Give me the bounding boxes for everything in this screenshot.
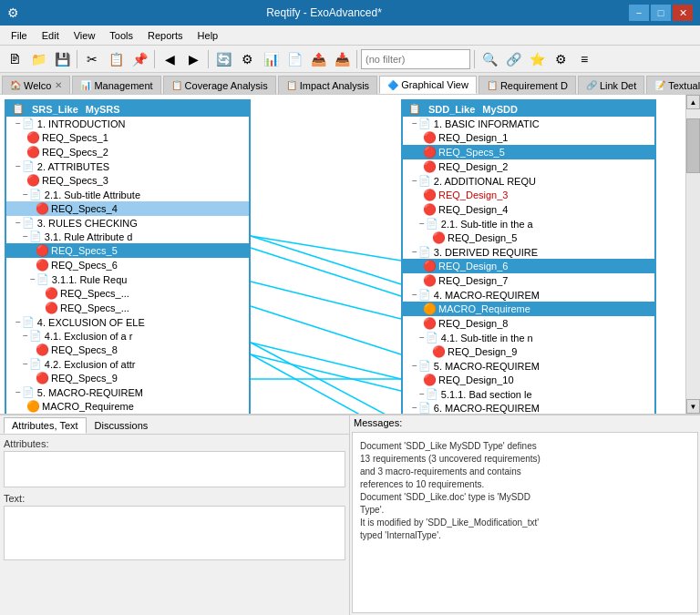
list-item[interactable]: − 📄 1. INTRODUCTION: [6, 117, 249, 130]
tab-management-label: Management: [94, 80, 152, 91]
list-item[interactable]: − 📄 4.1. Exclusion of a r: [6, 329, 249, 343]
list-item[interactable]: − 📄 4.2. Exclusion of attr: [6, 357, 249, 371]
list-item[interactable]: 🔴 REQ_Design_7: [403, 273, 654, 288]
maximize-button[interactable]: □: [651, 5, 671, 21]
list-item[interactable]: 🔴 REQ_Specs_5: [403, 145, 654, 159]
list-item[interactable]: − 📄 3.1.1. Rule Requ: [6, 272, 249, 286]
list-item[interactable]: 🔴 REQ_Design_2: [403, 159, 654, 174]
tb-forward[interactable]: ▶: [182, 48, 204, 70]
list-item[interactable]: − 📄 1. BASIC INFORMATIC: [403, 117, 654, 130]
scroll-thumb[interactable]: [686, 118, 700, 173]
tb-export[interactable]: 📤: [307, 48, 329, 70]
menu-tools[interactable]: Tools: [102, 28, 140, 43]
attributes-label: Attributes:: [4, 438, 345, 449]
filter-input[interactable]: [361, 49, 470, 69]
list-item[interactable]: − 📄 2.1. Sub-title in the a: [403, 217, 654, 231]
tab-management[interactable]: 📊 Management: [72, 76, 160, 94]
tb-back[interactable]: ◀: [159, 48, 180, 70]
right-tree: − 📄 1. BASIC INFORMATIC 🔴 REQ_Design_1 🔴…: [403, 117, 654, 415]
close-button[interactable]: ✕: [673, 5, 693, 21]
list-item[interactable]: 🔴 REQ_Design_8: [403, 316, 654, 331]
list-item[interactable]: 🔴 REQ_Specs_3: [6, 173, 249, 188]
list-item[interactable]: − 📄 3. DERIVED REQUIRE: [403, 245, 654, 259]
scroll-down-btn[interactable]: ▼: [686, 399, 700, 414]
list-item[interactable]: 🔴 REQ_Design_1: [403, 130, 654, 145]
tb-report[interactable]: 📄: [283, 48, 305, 70]
text-label: Text:: [4, 493, 345, 504]
tab-discussions[interactable]: Discussions: [87, 417, 157, 434]
list-item[interactable]: 🔴 REQ_Design_9: [403, 344, 654, 359]
list-item[interactable]: 🔴 REQ_Specs_8: [6, 343, 249, 357]
tab-welcome-close[interactable]: ✕: [55, 80, 62, 90]
left-panel: 📋 SRS_Like MySRS − 📄 1. INTRODUCTION 🔴 R…: [5, 99, 251, 415]
list-item[interactable]: 🔴 REQ_Design_3: [403, 188, 654, 202]
tab-coverage[interactable]: 📋 Coverage Analysis: [163, 76, 276, 94]
list-item[interactable]: 🔴 REQ_Specs_4: [6, 201, 249, 216]
menu-edit[interactable]: Edit: [35, 28, 67, 43]
list-item[interactable]: 🔴 REQ_Design_6: [403, 259, 654, 273]
tab-reqd[interactable]: 📋 Requirement D: [479, 76, 576, 94]
list-item[interactable]: 🔴 REQ_Specs_1: [6, 130, 249, 145]
tb-filter-btn[interactable]: 🔍: [479, 48, 500, 70]
vertical-scrollbar[interactable]: ▲ ▼: [685, 95, 700, 414]
list-item[interactable]: 🔴 REQ_Design_4: [403, 202, 654, 217]
tb-settings[interactable]: ⚙: [236, 48, 258, 70]
scroll-up-btn[interactable]: ▲: [686, 95, 700, 109]
tb-more[interactable]: ≡: [573, 48, 595, 70]
menu-view[interactable]: View: [67, 28, 103, 43]
list-item[interactable]: − 📄 4.1. Sub-title in the n: [403, 331, 654, 344]
tab-linkdet[interactable]: 🔗 Link Det: [578, 76, 644, 94]
menu-help[interactable]: Help: [190, 28, 226, 43]
list-item[interactable]: − 📄 2. ATTRIBUTES: [6, 159, 249, 173]
list-item[interactable]: 🔴 REQ_Specs_...: [6, 301, 249, 315]
tb-save[interactable]: 💾: [51, 48, 73, 70]
tb-refresh[interactable]: 🔄: [212, 48, 234, 70]
tb-paste[interactable]: 📌: [129, 48, 150, 70]
tab-attributes-text[interactable]: Attributes, Text: [4, 417, 87, 434]
list-item[interactable]: − 📄 5. MACRO-REQUIREM: [403, 359, 654, 373]
list-item[interactable]: 🟠 MACRO_Requireme: [6, 399, 249, 414]
tab-graphical[interactable]: 🔷 Graphical View: [379, 76, 477, 94]
svg-line-3: [251, 282, 401, 319]
text-field[interactable]: [4, 506, 345, 560]
tb-link[interactable]: 🔗: [502, 48, 524, 70]
tb-new[interactable]: 🖹: [4, 48, 26, 70]
list-item[interactable]: − 📄 3. RULES CHECKING: [6, 216, 249, 230]
list-item[interactable]: − 📄 4. MACRO-REQUIREM: [403, 288, 654, 302]
list-item[interactable]: − 📄 5.1.1. Bad section le: [403, 387, 654, 401]
list-item[interactable]: 🔴 REQ_Design_10: [403, 373, 654, 387]
list-item[interactable]: 🔴 REQ_Specs_...: [6, 286, 249, 301]
tb-copy[interactable]: 📋: [105, 48, 127, 70]
tb-import[interactable]: 📥: [331, 48, 353, 70]
tb-open[interactable]: 📁: [27, 48, 49, 70]
tab-textual-label: Textual V: [668, 80, 700, 91]
menu-reports[interactable]: Reports: [140, 28, 190, 43]
scroll-track: [686, 109, 700, 399]
tab-impact[interactable]: 📋 Impact Analysis: [278, 76, 377, 94]
list-item[interactable]: 🔴 REQ_Specs_2: [6, 145, 249, 159]
list-item[interactable]: − 📄 3.1. Rule Attribute d: [6, 230, 249, 243]
menu-file[interactable]: File: [4, 28, 35, 43]
tb-analyze[interactable]: 📊: [260, 48, 282, 70]
list-item[interactable]: 🔴 REQ_Specs_6: [6, 258, 249, 272]
svg-line-8: [251, 354, 401, 414]
attributes-field[interactable]: [4, 451, 345, 487]
list-item[interactable]: − 📄 6. MACRO-REQUIREM: [403, 401, 654, 415]
list-item[interactable]: 🔴 REQ_Specs_5: [6, 243, 249, 258]
tb-config[interactable]: ⚙: [550, 48, 571, 70]
window-title: Reqtify - ExoAdvanced*: [19, 6, 629, 19]
list-item[interactable]: − 📄 2. ADDITIONAL REQU: [403, 174, 654, 188]
list-item[interactable]: − 📄 5. MACRO-REQUIREM: [6, 385, 249, 399]
tb-star[interactable]: ⭐: [526, 48, 548, 70]
tb-cut[interactable]: ✂: [81, 48, 103, 70]
list-item[interactable]: − 📄 2.1. Sub-title Attribute: [6, 188, 249, 201]
list-item[interactable]: 🔴 REQ_Design_5: [403, 231, 654, 245]
list-item[interactable]: 🔴 REQ_Specs_9: [6, 371, 249, 385]
tab-welcome[interactable]: 🏠 Welco ✕: [2, 76, 70, 94]
list-item[interactable]: 🟠 MACRO_Requireme: [403, 302, 654, 316]
tab-textual[interactable]: 📝 Textual V: [646, 76, 700, 94]
minimize-button[interactable]: −: [629, 5, 649, 21]
list-item[interactable]: − 📄 4. EXCLUSION OF ELE: [6, 315, 249, 329]
list-item[interactable]: 🔴 REQ_Specs_10: [6, 414, 249, 415]
left-panel-subtitle: MySRS: [86, 104, 120, 115]
